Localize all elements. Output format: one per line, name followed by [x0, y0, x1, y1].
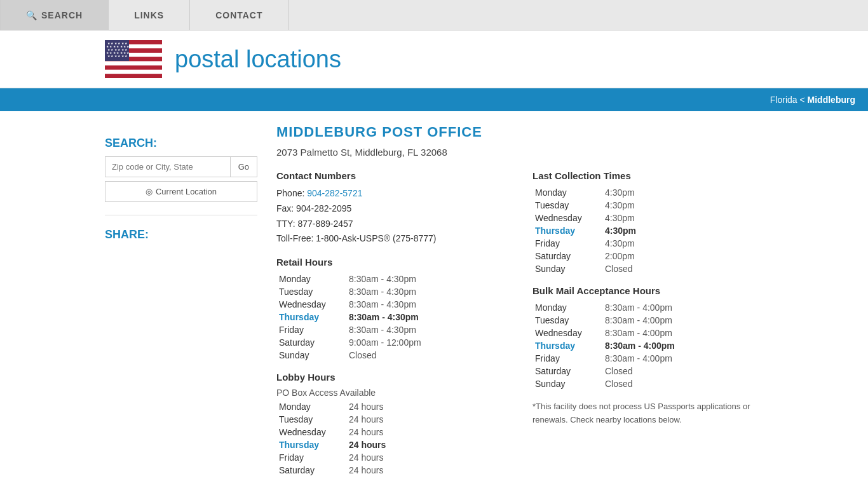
bulk-mail-table: Monday8:30am - 4:00pmTuesday8:30am - 4:0… [532, 301, 763, 390]
hours-cell: 8:30am - 4:30pm [346, 323, 507, 336]
logo-highlight: locations [246, 46, 341, 72]
day-cell: Monday [532, 301, 602, 314]
table-row: Wednesday8:30am - 4:30pm [276, 298, 507, 311]
breadcrumb-separator: < [799, 95, 807, 105]
table-row: Tuesday4:30pm [532, 199, 763, 212]
table-row: SaturdayClosed [532, 365, 763, 377]
hours-cell: 8:30am - 4:30pm [346, 285, 507, 298]
hours-cell: 4:30pm [602, 199, 763, 212]
day-cell: Friday [276, 451, 346, 464]
day-cell: Tuesday [532, 314, 602, 327]
table-row: Saturday9:00am - 12:00pm [276, 336, 507, 349]
day-cell: Sunday [532, 377, 602, 390]
search-go-button[interactable]: Go [231, 156, 257, 177]
breadcrumb-bar: Florida < Middleburg [0, 88, 868, 111]
table-row: Saturday24 hours [276, 464, 507, 477]
day-cell: Wednesday [532, 327, 602, 339]
hours-cell: 8:30am - 4:00pm [602, 327, 763, 339]
day-cell: Thursday [276, 311, 346, 323]
hours-cell: 24 hours [346, 400, 507, 413]
day-cell: Wednesday [532, 212, 602, 224]
contact-phone-line: Phone: 904-282-5721 [276, 186, 507, 201]
contact-tty: TTY: 877-889-2457 [276, 217, 507, 232]
nav-label-links: LINKS [134, 10, 164, 20]
day-cell: Thursday [532, 339, 602, 352]
search-section-title: SEARCH: [105, 137, 257, 150]
day-cell: Monday [276, 273, 346, 285]
nav-label-contact: CONTACT [215, 10, 262, 20]
day-cell: Tuesday [276, 413, 346, 426]
table-row: Friday4:30pm [532, 237, 763, 250]
hours-cell: 24 hours [346, 438, 507, 451]
hours-cell: 4:30pm [602, 212, 763, 224]
day-cell: Sunday [532, 262, 602, 275]
phone-label: Phone: [276, 188, 307, 198]
hours-cell: 9:00am - 12:00pm [346, 336, 507, 349]
day-cell: Friday [276, 323, 346, 336]
hours-cell: 24 hours [346, 464, 507, 477]
last-collection-heading: Last Collection Times [532, 170, 763, 181]
hours-cell: 4:30pm [602, 186, 763, 199]
nav-item-links[interactable]: LINKS [109, 0, 190, 30]
right-column: Last Collection Times Monday4:30pmTuesda… [532, 170, 763, 477]
table-row: Friday24 hours [276, 451, 507, 464]
hours-cell: 8:30am - 4:30pm [346, 311, 507, 323]
table-row: Monday8:30am - 4:00pm [532, 301, 763, 314]
table-row: Tuesday8:30am - 4:30pm [276, 285, 507, 298]
nav-label-search: SEARCH [41, 10, 83, 20]
current-location-button[interactable]: ◎ Current Location [105, 181, 257, 202]
sidebar: SEARCH: Go ◎ Current Location SHARE: [105, 124, 257, 477]
table-row: Wednesday24 hours [276, 426, 507, 438]
logo-plain: postal [175, 46, 246, 72]
site-header: ★ ★ ★ ★ ★ ★ ★ ★ ★ ★ ★ ★ ★ ★ ★ ★ ★ ★ ★ ★ … [0, 30, 868, 88]
hours-cell: 2:00pm [602, 250, 763, 262]
day-cell: Thursday [276, 438, 346, 451]
phone-number[interactable]: 904-282-5721 [307, 188, 362, 198]
lobby-hours-heading: Lobby Hours [276, 372, 507, 383]
search-input[interactable] [105, 156, 231, 177]
day-cell: Tuesday [276, 285, 346, 298]
share-section-title: SHARE: [105, 228, 257, 241]
hours-cell: Closed [602, 365, 763, 377]
search-icon: 🔍 [26, 10, 37, 20]
site-logo-text: postal locations [175, 46, 341, 73]
table-row: Thursday24 hours [276, 438, 507, 451]
svg-rect-8 [105, 74, 162, 78]
day-cell: Sunday [276, 349, 346, 362]
table-row: Thursday8:30am - 4:30pm [276, 311, 507, 323]
search-row: Go [105, 156, 257, 177]
table-row: Monday24 hours [276, 400, 507, 413]
table-row: Saturday2:00pm [532, 250, 763, 262]
info-columns: Contact Numbers Phone: 904-282-5721 Fax:… [276, 170, 763, 477]
breadcrumb-state[interactable]: Florida [770, 95, 797, 105]
content-area: MIDDLEBURG POST OFFICE 2073 Palmetto St,… [276, 124, 763, 477]
main-content: SEARCH: Go ◎ Current Location SHARE: MID… [0, 111, 868, 488]
table-row: Thursday4:30pm [532, 224, 763, 237]
nav-bar: 🔍 SEARCH LINKS CONTACT [0, 0, 868, 30]
day-cell: Friday [532, 352, 602, 365]
left-column: Contact Numbers Phone: 904-282-5721 Fax:… [276, 170, 507, 477]
hours-cell: Closed [602, 377, 763, 390]
hours-cell: 4:30pm [602, 224, 763, 237]
current-location-label: Current Location [156, 187, 217, 196]
svg-text:★ ★ ★ ★ ★ ★: ★ ★ ★ ★ ★ ★ [107, 54, 128, 58]
hours-cell: 8:30am - 4:30pm [346, 273, 507, 285]
breadcrumb-city: Middleburg [808, 95, 855, 105]
hours-cell: 24 hours [346, 451, 507, 464]
sidebar-divider [105, 215, 257, 215]
day-cell: Monday [276, 400, 346, 413]
svg-rect-5 [105, 61, 162, 65]
table-row: SundayClosed [532, 262, 763, 275]
hours-cell: 8:30am - 4:00pm [602, 314, 763, 327]
table-row: Tuesday24 hours [276, 413, 507, 426]
nav-item-search[interactable]: 🔍 SEARCH [0, 0, 109, 30]
table-row: SundayClosed [532, 377, 763, 390]
table-row: Thursday8:30am - 4:00pm [532, 339, 763, 352]
post-office-address: 2073 Palmetto St, Middleburg, FL 32068 [276, 147, 763, 158]
table-row: SundayClosed [276, 349, 507, 362]
table-row: Friday8:30am - 4:00pm [532, 352, 763, 365]
flag-logo: ★ ★ ★ ★ ★ ★ ★ ★ ★ ★ ★ ★ ★ ★ ★ ★ ★ ★ ★ ★ … [105, 40, 162, 78]
nav-item-contact[interactable]: CONTACT [190, 0, 288, 30]
day-cell: Saturday [532, 365, 602, 377]
bulk-mail-heading: Bulk Mail Acceptance Hours [532, 285, 763, 296]
